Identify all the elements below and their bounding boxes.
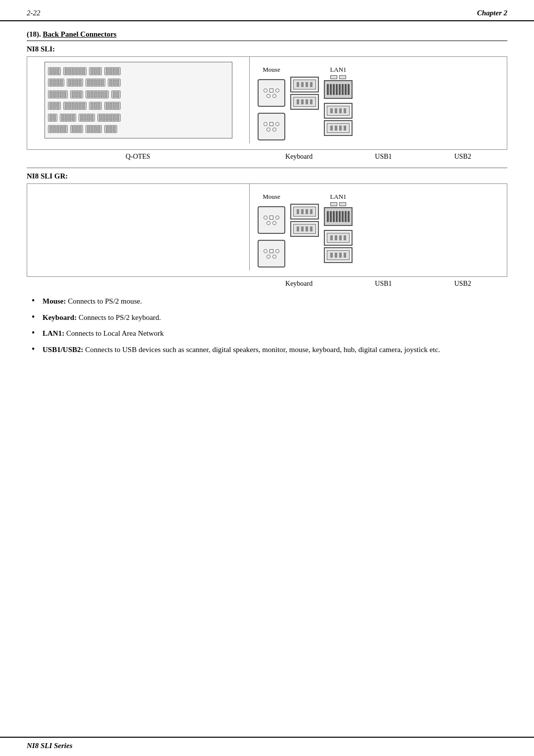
main-content: (18). Back Panel Connectors NI8 SLI: <box>0 21 534 380</box>
qotes-row-5 <box>48 114 229 122</box>
gr-mouse-keyboard-col: Mouse <box>258 193 285 267</box>
gr-usb-pin-11 <box>339 235 342 240</box>
qotes-row-6 <box>48 125 229 133</box>
gr-usb1-col <box>290 204 319 237</box>
usb2-label-bottom: USB2 <box>454 153 471 161</box>
ni8-sli-gr-left-panel <box>27 184 250 270</box>
lan1-label-top: LAN1 <box>330 66 346 74</box>
gr-ps2-hole-sq <box>269 216 273 220</box>
ps2-hole-6 <box>275 122 279 126</box>
ni8-sli-gr-connector-labels: Keyboard USB1 USB2 <box>249 280 507 288</box>
keyboard-label-bottom: Keyboard <box>285 153 312 161</box>
usb-pin-15 <box>339 126 342 131</box>
lan-pin-3 <box>333 84 335 95</box>
usb1-top <box>290 77 319 92</box>
gr-usb-pin-2 <box>301 209 304 214</box>
ni8-sli-gr-diagram: Mouse <box>27 183 507 288</box>
mouse-keyboard-col: Mouse <box>258 66 285 140</box>
ni8-sli-gr-connectors-panel: Mouse <box>250 184 507 276</box>
gr-usb-pin-5 <box>297 226 299 231</box>
gr-usb-pin-7 <box>306 226 308 231</box>
gr-usb2-pins-top <box>330 235 346 240</box>
ni8-sli-diagram-labels: Q-OTES Keyboard USB1 USB2 <box>27 153 507 161</box>
footer-text: NI8 SLI Series <box>27 742 73 750</box>
gr-mouse-label-top: Mouse <box>263 193 280 201</box>
desc-lan1: Connects to Local Area Network <box>64 329 164 337</box>
page: 2-22 Chapter 2 (18). Back Panel Connecto… <box>0 0 534 756</box>
gr-lan-pin-7 <box>345 211 347 222</box>
lan-pin-2 <box>330 84 332 95</box>
usb-pin-8 <box>310 99 312 104</box>
usb-pin-6 <box>301 99 304 104</box>
gr-lan1-label-top: LAN1 <box>330 193 346 201</box>
lan-pin-1 <box>327 84 329 95</box>
usb1-pins-top <box>297 82 312 87</box>
usb-pin-4 <box>310 82 312 87</box>
usb-pin-5 <box>297 99 299 104</box>
bullet-text-mouse: Mouse: Connects to PS/2 mouse. <box>43 296 142 307</box>
bullet-dot-4: • <box>32 344 41 355</box>
gr-usb-pin-9 <box>330 235 333 240</box>
gr-usb1-top <box>290 204 319 220</box>
connectors-inner: Mouse <box>255 62 502 144</box>
gr-mouse-ps2-connector <box>258 206 285 234</box>
qotes-row-2 <box>48 79 229 87</box>
qotes-panel <box>27 57 250 143</box>
gr-lan-pin-8 <box>348 211 350 222</box>
page-number: 2-22 <box>27 9 41 17</box>
usb-pin-1 <box>297 82 299 87</box>
gr-usb-pin-12 <box>344 235 346 240</box>
gr-lan-usb2-col: LAN1 <box>324 193 353 263</box>
usb-pin-16 <box>344 126 346 131</box>
ni8-sli-connector-labels: Keyboard USB1 USB2 <box>249 153 507 161</box>
gr-usb-pin-16 <box>344 253 346 258</box>
gr-usb2-stack <box>324 230 353 263</box>
gr-ps2-hole-4 <box>272 221 276 225</box>
gr-lan-tab-left <box>330 202 337 206</box>
bullet-list: • Mouse: Connects to PS/2 mouse. • Keybo… <box>32 296 507 355</box>
usb1-col <box>290 77 319 110</box>
usb2-bottom <box>324 120 353 136</box>
usb-pin-2 <box>301 82 304 87</box>
usb-pin-13 <box>330 126 333 131</box>
section-title: Back Panel Connectors <box>43 30 117 38</box>
chapter-label: Chapter 2 <box>477 9 507 17</box>
gr-lan-port <box>324 207 353 226</box>
list-item-keyboard: • Keyboard: Connects to PS/2 keyboard. <box>32 312 507 323</box>
term-keyboard: Keyboard: <box>43 313 77 321</box>
usb-pin-12 <box>344 108 346 113</box>
usb-pin-10 <box>335 108 337 113</box>
ps2-hole-2 <box>275 89 279 92</box>
lan-pin-4 <box>336 84 338 95</box>
usb2-pins-top <box>330 108 346 113</box>
ps2-hole-3 <box>267 94 270 98</box>
usb-pin-11 <box>339 108 342 113</box>
gr-usb2-bottom <box>324 247 353 263</box>
ps2-hole-sq-2 <box>269 122 273 126</box>
gr-usb2-label-bottom: USB2 <box>454 280 471 288</box>
usb1-bottom <box>290 94 319 110</box>
gr-usb-pin-6 <box>301 226 304 231</box>
page-footer: NI8 SLI Series <box>0 737 534 756</box>
ni8-sli-gr-diagram-labels: Keyboard USB1 USB2 <box>27 280 507 288</box>
ni8-sli-diagram-box: Mouse <box>27 56 507 150</box>
gr-ps2-hole-8 <box>272 255 276 259</box>
section-divider <box>27 41 507 41</box>
mouse-ps2-connector <box>258 79 285 107</box>
gr-usb1-pins-top <box>297 209 312 214</box>
usb-pin-7 <box>306 99 308 104</box>
ni8-sli-connectors-panel: Mouse <box>250 57 507 149</box>
section-number: (18). <box>27 30 41 38</box>
ni8-sli-gr-connectors-inner: Mouse <box>255 189 502 271</box>
gr-ps2-hole-2 <box>275 216 279 220</box>
gr-usb-pin-1 <box>297 209 299 214</box>
gr-ps2-hole-3 <box>267 221 270 225</box>
usb1-inner-top <box>293 80 316 89</box>
ps2-hole-7 <box>267 128 270 132</box>
bullet-dot-3: • <box>32 328 41 339</box>
ni8-sli-diagram: Mouse <box>27 56 507 161</box>
gr-usb-pin-4 <box>310 209 312 214</box>
bullet-text-usb: USB1/USB2: Connects to USB devices such … <box>43 344 440 356</box>
lan-tab-left <box>330 75 337 79</box>
lan-pin-7 <box>345 84 347 95</box>
